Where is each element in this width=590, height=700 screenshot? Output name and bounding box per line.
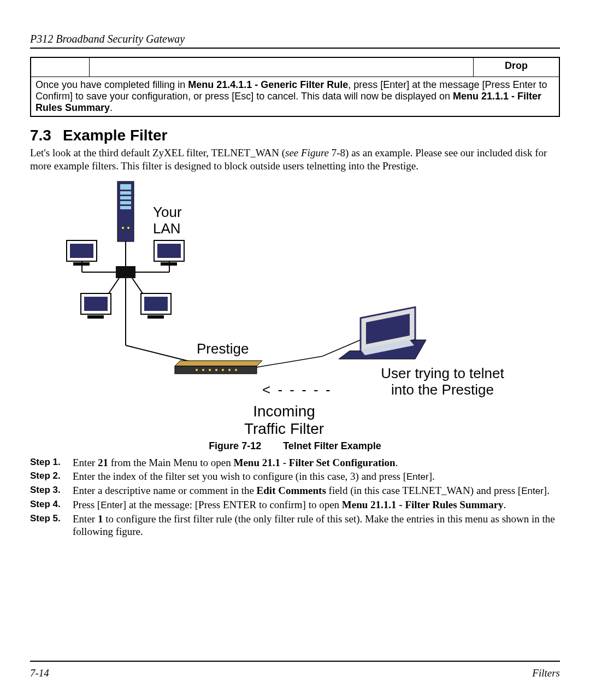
step-text: . <box>504 499 506 510</box>
incoming-label: Incoming <box>253 403 315 420</box>
step-text: Menu 21.1.1 - Filter Rules Summary <box>342 499 504 510</box>
page-number: 7-14 <box>30 667 49 679</box>
step-text: Enter the index of the filter set you wi… <box>73 470 406 482</box>
pc-icon <box>141 293 171 319</box>
svg-rect-19 <box>73 262 90 266</box>
section-heading: 7.3Example Filter <box>30 127 560 144</box>
step-text: ]. <box>429 470 435 482</box>
svg-line-16 <box>126 345 191 362</box>
diagram-svg: Your LAN Prestige <box>55 176 535 438</box>
step-row: Step 3.Enter a descriptive name or comme… <box>30 484 560 497</box>
user-label: into the Prestige <box>391 381 494 398</box>
step-row: Step 1.Enter 21 from the Main Menu to op… <box>30 456 560 469</box>
step-row: Step 4.Press [Enter] at the message: [Pr… <box>30 498 560 511</box>
step-text: Enter <box>521 486 544 496</box>
section-title-text: Example Filter <box>63 127 167 144</box>
wan-wire <box>257 340 361 367</box>
step-text: Enter <box>101 500 123 510</box>
figure-title: Telnet Filter Example <box>283 440 381 451</box>
svg-rect-2 <box>120 191 131 195</box>
user-label: User trying to telnet <box>381 365 504 381</box>
svg-point-32 <box>202 369 204 371</box>
step-label: Step 3. <box>30 484 73 497</box>
svg-point-31 <box>196 369 198 371</box>
step-body: Enter 21 from the Main Menu to open Menu… <box>73 456 560 469</box>
section-number: 7.3 <box>30 127 63 144</box>
server-icon <box>117 181 134 242</box>
svg-point-6 <box>122 227 124 229</box>
step-text: Enter <box>406 472 429 482</box>
step-label: Step 4. <box>30 498 73 511</box>
steps-list: Step 1.Enter 21 from the Main Menu to op… <box>30 456 560 539</box>
step-body: Enter a descriptive name or comment in t… <box>73 484 560 497</box>
svg-rect-5 <box>120 206 131 209</box>
hub-icon <box>116 266 135 278</box>
step-text: 1 <box>98 513 103 525</box>
svg-point-34 <box>215 369 217 371</box>
step-text: ] at the message: [Press ENTER to confir… <box>123 499 342 510</box>
step-text: to configure the first filter rule (the … <box>73 513 555 538</box>
step-text: ]. <box>544 485 550 496</box>
para-italic: see Figure <box>285 147 332 158</box>
svg-rect-27 <box>144 297 168 311</box>
running-header: P312 Broadband Security Gateway <box>30 33 560 49</box>
step-label: Step 1. <box>30 456 73 469</box>
note-text: . <box>110 102 113 113</box>
svg-rect-1 <box>120 184 131 190</box>
note-cell: Once you have completed filling in Menu … <box>31 77 559 117</box>
empty-cell <box>90 57 474 77</box>
svg-point-7 <box>127 227 129 229</box>
figure-caption: Figure 7-12Telnet Filter Example <box>30 440 560 452</box>
svg-rect-4 <box>120 201 131 204</box>
svg-rect-21 <box>157 244 181 258</box>
step-text: Menu 21.1 - Filter Set Configuration <box>233 457 395 468</box>
incoming-label: Traffic Filter <box>244 420 324 437</box>
step-row: Step 5.Enter 1 to configure the first fi… <box>30 513 560 539</box>
intro-paragraph: Let's look at the third default ZyXEL fi… <box>30 146 560 173</box>
prestige-label: Prestige <box>197 340 249 357</box>
footer-section: Filters <box>532 667 560 679</box>
step-row: Step 2.Enter the index of the filter set… <box>30 470 560 483</box>
telnet-filter-diagram: Your LAN Prestige <box>55 176 535 438</box>
lan-label: Your <box>153 204 182 220</box>
note-bold-1: Menu 21.4.1.1 - Generic Filter Rule <box>188 79 348 90</box>
step-text: 21 <box>98 457 108 468</box>
svg-point-33 <box>209 369 211 371</box>
note-text: Once you have completed filling in <box>36 79 188 90</box>
laptop-icon <box>339 307 426 359</box>
svg-point-36 <box>228 369 231 371</box>
svg-rect-18 <box>70 244 93 258</box>
figure-label: Figure 7-12 <box>209 440 261 451</box>
svg-point-35 <box>222 369 224 371</box>
step-body: Enter the index of the filter set you wi… <box>73 470 560 483</box>
step-text: Edit Comments <box>257 485 326 496</box>
step-text: field (in this case TELNET_WAN) and pres… <box>326 485 521 496</box>
step-body: Enter 1 to configure the first filter ru… <box>73 513 560 539</box>
step-text: Enter a descriptive name or comment in t… <box>73 485 257 496</box>
step-text: Enter <box>73 513 98 525</box>
page-footer: 7-14 Filters <box>30 661 560 679</box>
step-body: Press [Enter] at the message: [Press ENT… <box>73 498 560 511</box>
page: P312 Broadband Security Gateway Drop Onc… <box>0 0 590 700</box>
svg-rect-24 <box>84 297 108 311</box>
lan-label: LAN <box>153 220 181 237</box>
info-box-table: Drop Once you have completed filling in … <box>30 57 560 117</box>
step-text: . <box>396 457 398 468</box>
drop-header-cell: Drop <box>474 57 560 77</box>
arrow-text: < - - - - - <box>262 381 332 398</box>
svg-rect-3 <box>120 196 131 199</box>
step-text: Press [ <box>73 499 101 510</box>
empty-cell <box>31 57 90 77</box>
step-text: Enter <box>73 457 98 468</box>
step-label: Step 5. <box>30 513 73 539</box>
para-text: Let's look at the third default ZyXEL fi… <box>30 147 285 158</box>
svg-rect-22 <box>161 262 177 266</box>
svg-marker-29 <box>175 361 262 366</box>
svg-point-37 <box>235 369 237 371</box>
pc-icon <box>81 293 111 319</box>
router-icon <box>175 361 262 374</box>
svg-rect-0 <box>117 181 134 242</box>
step-text: from the Main Menu to open <box>108 457 234 468</box>
svg-rect-25 <box>87 315 104 319</box>
svg-rect-28 <box>148 315 164 319</box>
